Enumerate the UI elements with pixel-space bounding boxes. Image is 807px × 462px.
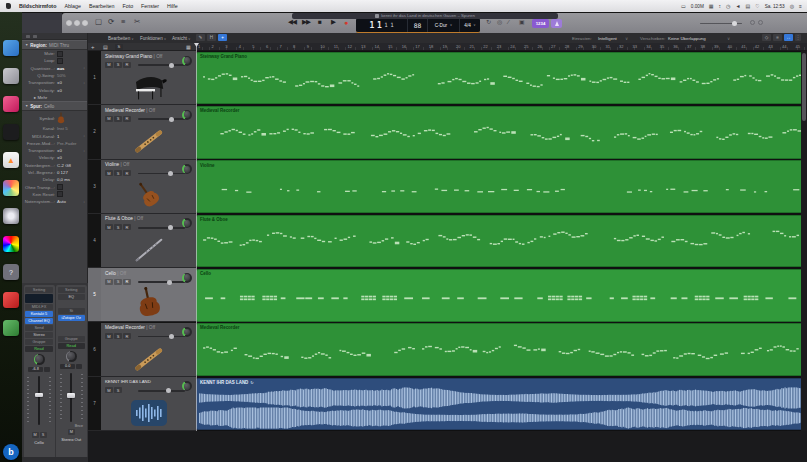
lcd-key-signature[interactable]: C-Dur ∨ <box>428 18 461 32</box>
track-volume-knob[interactable] <box>169 117 174 122</box>
tracks-menu-ansicht[interactable]: Ansicht ∨ <box>172 36 191 41</box>
dock-icon-vlc[interactable]: ▲ <box>3 152 19 168</box>
strip-solo-button[interactable]: S <box>40 432 47 438</box>
lcd-position[interactable]: 1 1 1 1 <box>356 18 408 32</box>
replace-icon[interactable]: ◎ <box>497 19 502 25</box>
dock-icon-bookends[interactable]: b <box>3 444 19 460</box>
menu-item-fenster[interactable]: Fenster <box>137 3 163 9</box>
strip-slot-send[interactable]: Send <box>25 325 53 331</box>
pan-knob[interactable] <box>34 354 45 365</box>
strip-slot-stereo[interactable]: Stereo <box>25 332 53 338</box>
track-volume-slider[interactable] <box>138 118 185 120</box>
track-mute-button[interactable]: M <box>105 116 113 122</box>
track-header-cello-5[interactable]: Cello | OffMSR <box>101 268 196 322</box>
tracks-menu-bearbeiten[interactable]: Bearbeiten ∨ <box>108 36 134 41</box>
track-volume-slider[interactable] <box>138 390 185 392</box>
track-record-button[interactable]: R <box>123 62 131 68</box>
track-row-vel-begrenz[interactable]: Vel.-Begrenz.:0 127 <box>22 169 87 176</box>
eq-thumbnail[interactable] <box>25 294 53 303</box>
track-pan-knob[interactable] <box>182 218 192 228</box>
track-volume-knob[interactable] <box>166 388 171 393</box>
bounce-button[interactable]: Bnce <box>58 424 86 429</box>
strip-slot-gruppe[interactable]: Gruppe <box>58 336 86 342</box>
dock-icon-music[interactable] <box>3 96 19 112</box>
track-solo-button[interactable]: S <box>114 279 122 285</box>
inspector-header-region[interactable]: ▼Region:MIDI Thru <box>22 40 87 50</box>
track-record-button[interactable]: R <box>123 279 131 285</box>
stepper-icon[interactable]: ↕ <box>83 81 85 85</box>
pan-knob[interactable] <box>66 351 77 362</box>
arrange-area[interactable]: Steinway Grand PianoMedieval RecorderVio… <box>196 51 807 431</box>
track-grid-icon[interactable]: ▦ <box>186 44 191 50</box>
strip-slot-read[interactable]: Read <box>58 343 86 349</box>
strip-slot-midi-fx[interactable]: MIDI-FX <box>25 304 53 310</box>
track-pan-knob[interactable] <box>182 164 192 174</box>
volume-icon[interactable]: ◄ <box>735 3 740 9</box>
strip-slot-channel-eq[interactable]: Channel EQ <box>25 318 53 324</box>
dock-icon-disc[interactable] <box>3 208 19 224</box>
inspector-tab-icon[interactable] <box>33 35 37 38</box>
strip-slot-gruppe[interactable]: Gruppe <box>25 339 53 345</box>
region-steinway-grand-piano-1[interactable]: Steinway Grand Piano <box>196 52 807 105</box>
master-volume-knob[interactable] <box>732 21 737 26</box>
strip-mute-button[interactable]: M <box>32 432 39 438</box>
dock-icon-green-app[interactable] <box>3 320 19 336</box>
stepper-icon[interactable]: ↕ <box>83 200 85 204</box>
menu-item-bearbeiten[interactable]: Bearbeiten <box>85 3 119 9</box>
stepper-icon[interactable]: ↕ <box>83 149 85 153</box>
track-checkbox-ohne-transp[interactable] <box>57 184 63 190</box>
cycle-loop-icon[interactable]: ↻ <box>486 19 491 25</box>
track-row-ohne-transp[interactable]: Ohne Transp...: <box>22 183 87 190</box>
track-pan-knob[interactable] <box>182 327 192 337</box>
zoom-menu-button[interactable]: ⋮ <box>795 34 801 41</box>
track-list-icon[interactable]: ▤ <box>103 44 108 50</box>
track-row-midi-kanal[interactable]: MIDI-Kanal:1↕ <box>22 132 87 139</box>
region-medieval-recorder-6[interactable]: Medieval Recorder <box>196 323 807 376</box>
marquee-tool-button[interactable]: H <box>207 34 216 41</box>
track-checkbox-kein-reset[interactable] <box>57 191 63 197</box>
track-number-3[interactable]: 3 <box>88 160 101 214</box>
dock-icon-photos[interactable] <box>3 180 19 196</box>
menu-item-ablage[interactable]: Ablage <box>60 3 85 9</box>
track-volume-slider[interactable] <box>138 173 185 175</box>
track-volume-slider[interactable] <box>138 336 185 338</box>
track-number-2[interactable]: 2 <box>88 105 101 159</box>
menu-item-hilfe[interactable]: Hilfe <box>163 3 182 9</box>
display-mode-icon[interactable] <box>750 20 755 25</box>
dock-icon-help[interactable]: ? <box>3 264 19 280</box>
track-volume-slider[interactable] <box>138 64 185 66</box>
dock-icon-red-app[interactable] <box>3 292 19 308</box>
track-volume-slider[interactable] <box>138 227 185 229</box>
region-medieval-recorder-2[interactable]: Medieval Recorder <box>196 106 807 159</box>
track-row-kanal[interactable]: Kanal:Inst 5 <box>22 125 87 132</box>
track-solo-button[interactable]: S <box>114 333 122 339</box>
track-header-violine-3[interactable]: Violine | OffMSR <box>101 160 196 214</box>
track-solo-button[interactable]: S <box>114 62 122 68</box>
dock-icon-black-app[interactable] <box>3 124 19 140</box>
track-pan-knob[interactable] <box>182 273 192 283</box>
track-mute-button[interactable]: M <box>105 387 113 393</box>
track-row-notensystem[interactable]: Notensystem...:Auto↕ <box>22 198 87 205</box>
inspector-tab-icon[interactable] <box>26 35 30 38</box>
region-row-loop[interactable]: Loop: <box>22 57 87 64</box>
track-number-6[interactable]: 6 <box>88 323 101 377</box>
track-row-notenbegren[interactable]: Notenbegren...:C-2 G8 <box>22 162 87 169</box>
region-row-mehr[interactable]: ▸ Mehr <box>22 94 87 101</box>
region-row-transposition[interactable]: Transposition:±0↕ <box>22 79 87 86</box>
track-mute-button[interactable]: M <box>105 62 113 68</box>
lcd-tempo[interactable]: 88 <box>408 18 427 32</box>
playhead[interactable] <box>196 43 197 431</box>
tracks-menu-funktionen[interactable]: Funktionen ∨ <box>140 36 166 41</box>
track-solo-button[interactable]: S <box>114 116 122 122</box>
strip-slot-eq[interactable]: EQ <box>58 294 86 300</box>
strip-mute-button[interactable]: M <box>68 429 75 435</box>
track-mute-button[interactable]: M <box>105 333 113 339</box>
track-number-7[interactable]: 7 <box>88 377 101 431</box>
region-flute-oboe-4[interactable]: Flute & Oboe <box>196 215 807 268</box>
master-volume-slider[interactable] <box>700 23 742 25</box>
track-pan-knob[interactable] <box>182 381 192 391</box>
track-record-button[interactable]: R <box>123 170 131 176</box>
stepper-icon[interactable]: ↕ <box>83 66 85 70</box>
track-volume-knob[interactable] <box>169 334 174 339</box>
track-number-4[interactable]: 4 <box>88 214 101 268</box>
